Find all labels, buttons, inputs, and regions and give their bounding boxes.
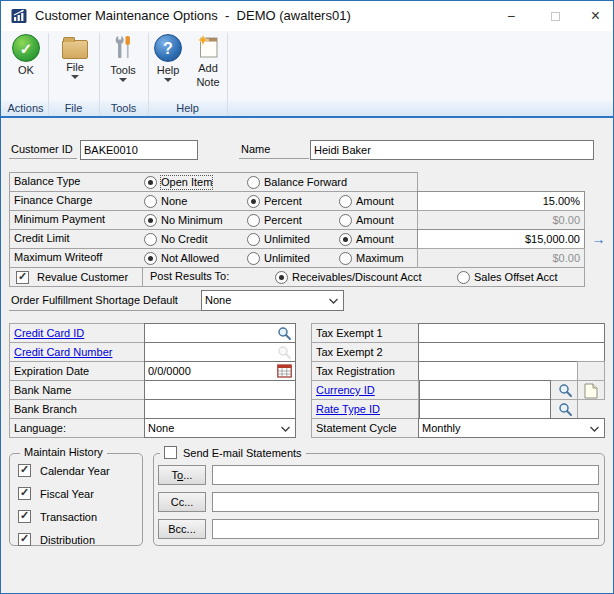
tax-registration-label-cell: Tax Registration — [311, 361, 419, 381]
credit-card-id-field[interactable] — [144, 323, 296, 343]
credit-limit-value-field[interactable]: $15,000.00 — [417, 229, 585, 249]
credit-card-number-field[interactable] — [144, 342, 296, 362]
tax-registration-field[interactable] — [418, 361, 578, 381]
customer-id-field[interactable]: BAKE0010 — [80, 140, 198, 160]
checkbox-icon[interactable] — [16, 271, 29, 284]
radio-open-item[interactable]: Open Item — [144, 176, 212, 189]
radio-percent[interactable]: Percent — [247, 195, 302, 208]
credit-limit-expansion-button[interactable]: → — [589, 231, 608, 248]
radio-label: Receivables/Discount Acct — [292, 271, 422, 284]
radio-sales-offset-acct[interactable]: Sales Offset Acct — [457, 271, 558, 284]
bcc-field[interactable] — [212, 519, 599, 539]
currency-id-field[interactable] — [419, 380, 551, 400]
credit-card-id-link[interactable]: Credit Card ID — [14, 327, 84, 339]
file-menu-button[interactable]: File — [53, 34, 97, 79]
currency-note-button[interactable] — [577, 380, 605, 400]
transaction-checkbox[interactable]: Transaction — [18, 510, 97, 523]
revalue-customer-checkbox[interactable]: Revalue Customer — [16, 271, 128, 284]
order-fulfillment-shortage-dropdown[interactable]: None — [201, 290, 344, 311]
radio-icon[interactable] — [144, 233, 157, 246]
fiscal-year-checkbox[interactable]: Fiscal Year — [18, 487, 94, 500]
radio-label: Balance Forward — [264, 176, 347, 189]
rate-type-id-link[interactable]: Rate Type ID — [316, 403, 380, 415]
dropdown-value: Monthly — [422, 422, 461, 434]
radio-icon[interactable] — [247, 195, 260, 208]
radio-amount[interactable]: Amount — [339, 233, 394, 246]
expiration-date-field[interactable]: 0/0/0000 — [144, 361, 296, 381]
radio-no-credit[interactable]: No Credit — [144, 233, 207, 246]
radio-receivables-discount-acct[interactable]: Receivables/Discount Acct — [275, 271, 422, 284]
rate-type-id-label-cell: Rate Type ID — [311, 399, 419, 419]
radio-icon[interactable] — [144, 252, 157, 265]
radio-icon[interactable] — [247, 233, 260, 246]
cc-field[interactable] — [212, 492, 599, 512]
tools-menu-button[interactable]: Tools — [101, 34, 145, 82]
to-field[interactable] — [212, 465, 599, 485]
rate-type-id-field[interactable] — [419, 399, 551, 419]
checkbox-icon[interactable] — [18, 533, 31, 546]
radio-icon[interactable] — [339, 233, 352, 246]
checkbox-icon[interactable] — [18, 487, 31, 500]
minimum-payment-value-field: $0.00 — [417, 210, 585, 230]
radio-icon[interactable] — [339, 252, 352, 265]
radio-icon[interactable] — [144, 195, 157, 208]
to-button[interactable]: To... — [158, 465, 206, 485]
radio-label: Open Item — [161, 176, 212, 189]
radio-label: Amount — [356, 195, 394, 208]
customer-maintenance-options-window: Customer Maintenance Options - DEMO (awa… — [0, 0, 614, 594]
radio-icon[interactable] — [247, 214, 260, 227]
radio-icon[interactable] — [144, 214, 157, 227]
checkbox-icon[interactable] — [18, 510, 31, 523]
bank-name-field[interactable] — [144, 380, 296, 400]
name-label: Name — [239, 141, 309, 159]
statement-cycle-dropdown[interactable]: Monthly — [418, 418, 605, 438]
calendar-year-checkbox[interactable]: Calendar Year — [18, 464, 110, 477]
radio-amount[interactable]: Amount — [339, 214, 394, 227]
tax-exempt-2-field[interactable] — [418, 342, 605, 362]
radio-icon[interactable] — [275, 271, 288, 284]
close-button[interactable]: × — [577, 1, 614, 31]
language-dropdown[interactable]: None — [144, 418, 296, 438]
distribution-checkbox[interactable]: Distribution — [18, 533, 95, 546]
checkbox-icon[interactable] — [164, 446, 177, 459]
bank-branch-field[interactable] — [144, 399, 296, 419]
name-field[interactable]: Heidi Baker — [310, 140, 594, 160]
radio-icon[interactable] — [339, 214, 352, 227]
radio-no-minimum[interactable]: No Minimum — [144, 214, 223, 227]
credit-card-number-link[interactable]: Credit Card Number — [14, 346, 112, 358]
add-note-button[interactable]: Add Note — [187, 34, 229, 88]
checkbox-icon[interactable] — [18, 464, 31, 477]
lookup-icon[interactable] — [558, 383, 573, 398]
send-email-statements-header[interactable]: Send E-mail Statements — [160, 446, 306, 459]
lookup-icon[interactable] — [558, 402, 573, 417]
radio-none[interactable]: None — [144, 195, 187, 208]
radio-unlimited[interactable]: Unlimited — [247, 252, 310, 265]
calendar-icon[interactable] — [277, 364, 292, 378]
radio-maximum[interactable]: Maximum — [339, 252, 404, 265]
bank-name-label-cell: Bank Name — [9, 380, 145, 400]
radio-icon[interactable] — [247, 252, 260, 265]
title-bar[interactable]: Customer Maintenance Options - DEMO (awa… — [1, 1, 613, 31]
bcc-button[interactable]: Bcc... — [158, 519, 206, 539]
radio-unlimited[interactable]: Unlimited — [247, 233, 310, 246]
empty-cell — [577, 361, 605, 381]
revalue-customer-row: Revalue Customer Post Results To: Receiv… — [9, 267, 585, 287]
minimize-button[interactable]: − — [489, 1, 533, 31]
radio-not-allowed[interactable]: Not Allowed — [144, 252, 219, 265]
radio-icon[interactable] — [457, 271, 470, 284]
lookup-icon[interactable] — [277, 326, 292, 341]
currency-id-link[interactable]: Currency ID — [316, 384, 375, 396]
finance-charge-value-field[interactable]: 15.00% — [417, 191, 585, 211]
radio-balance-forward[interactable]: Balance Forward — [247, 176, 347, 189]
radio-percent[interactable]: Percent — [247, 214, 302, 227]
cc-button[interactable]: Cc... — [158, 492, 206, 512]
radio-icon[interactable] — [339, 195, 352, 208]
divider — [48, 33, 49, 116]
help-menu-button[interactable]: ? Help — [149, 34, 187, 82]
tax-exempt-1-field[interactable] — [418, 323, 605, 343]
radio-amount[interactable]: Amount — [339, 195, 394, 208]
ok-button[interactable]: ✓ OK — [4, 34, 48, 76]
add-note-label-line1: Add — [198, 62, 218, 74]
radio-icon[interactable] — [144, 176, 157, 189]
radio-icon[interactable] — [247, 176, 260, 189]
